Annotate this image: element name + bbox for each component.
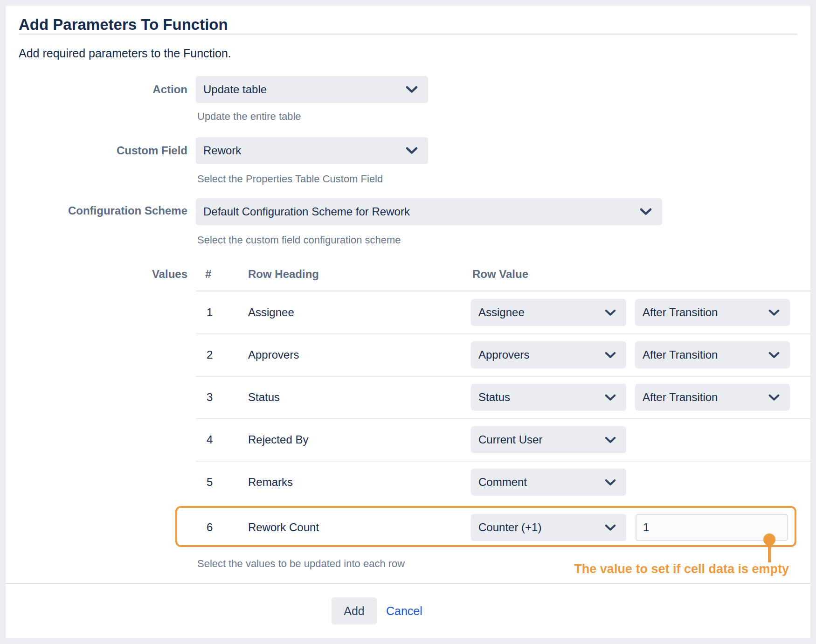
row-3-value-select[interactable]: Status: [471, 384, 626, 411]
page-title: Add Parameters To Function: [19, 16, 228, 34]
row-3-timing: After Transition: [643, 391, 718, 404]
add-button[interactable]: Add: [332, 597, 377, 624]
column-header-num: #: [205, 267, 211, 281]
row-1-value: Assignee: [478, 306, 525, 319]
chevron-down-icon: [605, 352, 616, 359]
table-header-divider: [196, 291, 810, 291]
configuration-scheme-select-value: Default Configuration Scheme for Rework: [203, 205, 410, 218]
row-number: 2: [207, 348, 213, 362]
cancel-link[interactable]: Cancel: [386, 597, 422, 624]
action-label: Action: [19, 83, 187, 97]
values-label: Values: [19, 267, 187, 281]
row-5-value: Comment: [478, 476, 527, 489]
page-subtitle: Add required parameters to the Function.: [19, 47, 231, 60]
row-4-value-select[interactable]: Current User: [471, 426, 626, 453]
row-6-value-select[interactable]: Counter (+1): [471, 514, 626, 541]
footer-divider: [6, 583, 810, 584]
chevron-down-icon: [605, 479, 616, 486]
chevron-down-icon: [605, 524, 616, 531]
row-number: 5: [207, 475, 213, 489]
row-2-timing-select[interactable]: After Transition: [635, 341, 790, 368]
custom-field-select-value: Rework: [203, 144, 241, 157]
row-1-value-select[interactable]: Assignee: [471, 299, 626, 326]
row-divider: [196, 333, 810, 334]
row-number: 4: [207, 433, 213, 447]
row-number: 3: [207, 390, 213, 404]
chevron-down-icon: [768, 352, 780, 359]
custom-field-hint: Select the Properties Table Custom Field: [197, 173, 383, 185]
chevron-down-icon: [406, 86, 418, 93]
callout-text: The value to set if cell data is empty: [574, 562, 789, 576]
custom-field-select[interactable]: Rework: [196, 137, 428, 164]
column-header-row-heading: Row Heading: [248, 267, 319, 281]
row-3-value: Status: [478, 391, 510, 404]
chevron-down-icon: [640, 208, 652, 215]
title-divider: [19, 34, 797, 35]
chevron-down-icon: [605, 436, 616, 443]
row-heading: Rejected By: [248, 433, 308, 447]
chevron-down-icon: [768, 309, 780, 316]
row-heading: Rework Count: [248, 520, 319, 534]
chevron-down-icon: [768, 394, 780, 401]
chevron-down-icon: [605, 394, 616, 401]
values-hint: Select the values to be updated into eac…: [197, 558, 405, 570]
row-heading: Approvers: [248, 348, 299, 362]
row-divider: [196, 376, 810, 377]
custom-field-label: Custom Field: [19, 144, 187, 158]
row-number: 6: [207, 520, 213, 534]
configuration-scheme-label: Configuration Scheme: [19, 204, 187, 218]
row-3-timing-select[interactable]: After Transition: [635, 384, 790, 411]
row-heading: Assignee: [248, 305, 294, 319]
row-5-value-select[interactable]: Comment: [471, 469, 626, 496]
chevron-down-icon: [406, 147, 418, 154]
row-heading: Remarks: [248, 475, 293, 489]
column-header-row-value: Row Value: [472, 267, 528, 281]
row-2-value-select[interactable]: Approvers: [471, 341, 626, 368]
row-2-value: Approvers: [478, 348, 529, 361]
chevron-down-icon: [605, 309, 616, 316]
add-parameters-dialog: Add Parameters To Function Add required …: [0, 0, 816, 644]
configuration-scheme-select[interactable]: Default Configuration Scheme for Rework: [196, 198, 662, 225]
action-select-value: Update table: [203, 83, 267, 96]
row-1-timing: After Transition: [643, 306, 718, 319]
row-4-value: Current User: [478, 433, 542, 446]
row-2-timing: After Transition: [643, 348, 718, 361]
row-6-value: Counter (+1): [478, 521, 541, 534]
action-select[interactable]: Update table: [196, 76, 428, 103]
action-hint: Update the entire table: [197, 111, 301, 123]
row-heading: Status: [248, 390, 280, 404]
callout-pin-stem: [768, 541, 771, 562]
row-divider: [196, 461, 810, 462]
row-1-timing-select[interactable]: After Transition: [635, 299, 790, 326]
row-divider: [196, 418, 810, 419]
configuration-scheme-hint: Select the custom field configuration sc…: [197, 234, 401, 246]
row-number: 1: [207, 305, 213, 319]
